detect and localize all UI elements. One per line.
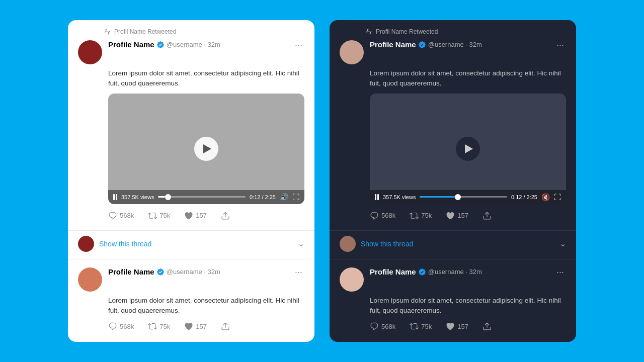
profile-name: Profile Name bbox=[108, 40, 154, 49]
tweet-text: Lorem ipsum dolor sit amet, consectetur … bbox=[108, 68, 304, 89]
dark-comment-action-2[interactable]: 568k bbox=[370, 322, 395, 331]
fullscreen-icon[interactable]: ⛶ bbox=[292, 193, 299, 201]
dark-profile-name: Profile Name bbox=[370, 40, 416, 49]
like-action-2[interactable]: 157 bbox=[184, 322, 207, 331]
thread-avatar bbox=[78, 236, 94, 252]
like-action[interactable]: 157 bbox=[184, 211, 207, 220]
username: @username bbox=[167, 41, 202, 48]
dark-tweet-text: Lorem ipsum dolor sit amet, consectetur … bbox=[370, 68, 566, 89]
dark-video-player[interactable]: 357.5K views 0:12 / 2:25 🔇 ⛶ bbox=[370, 94, 566, 204]
dark-retweet-action-2[interactable]: 75k bbox=[410, 322, 432, 331]
progress-track[interactable] bbox=[158, 196, 246, 198]
dark-share-action[interactable] bbox=[482, 211, 492, 220]
retweet-action-2[interactable]: 75k bbox=[148, 322, 170, 331]
share-action-2[interactable] bbox=[221, 322, 230, 331]
dark-more-options-button[interactable]: ··· bbox=[554, 40, 566, 49]
dark-like-icon bbox=[446, 211, 455, 220]
dark-tweet-header-2: Profile Name @username · 32m ··· bbox=[340, 267, 566, 292]
dark-tweet-meta: Profile Name @username · 32m ··· bbox=[370, 40, 566, 49]
dark-comment-icon bbox=[370, 211, 379, 220]
play-button[interactable] bbox=[194, 137, 218, 161]
dark-progress-thumb bbox=[455, 194, 461, 200]
dark-view-count: 357.5K views bbox=[383, 194, 416, 200]
dark-play-icon bbox=[465, 144, 473, 153]
dark-verified-icon bbox=[418, 41, 426, 49]
dark-username-time-2: @username · 32m bbox=[428, 268, 482, 276]
dark-username-time: @username · 32m bbox=[428, 41, 482, 48]
dark-progress-track[interactable] bbox=[420, 196, 507, 198]
video-player[interactable]: 357.5K views 0:12 / 2:25 🔊 ⛶ bbox=[108, 94, 304, 204]
dark-retweet-label: Profil Name Retweeted bbox=[376, 28, 438, 35]
retweet-action-icon bbox=[148, 211, 157, 220]
verified-icon bbox=[156, 41, 165, 49]
show-thread-button[interactable]: Show this thread bbox=[99, 240, 151, 248]
tweet-text-2: Lorem ipsum dolor sit amet, consectetur … bbox=[108, 296, 304, 316]
dark-chevron-down-icon: ⌄ bbox=[559, 239, 566, 248]
dark-time-code: 0:12 / 2:25 bbox=[511, 194, 537, 200]
mute-icon[interactable]: 🔊 bbox=[280, 193, 288, 201]
dark-retweet-action[interactable]: 75k bbox=[410, 211, 432, 220]
verified-icon-2 bbox=[156, 268, 165, 276]
comment-count: 568k bbox=[120, 212, 134, 219]
comment-action-2[interactable]: 568k bbox=[108, 322, 134, 331]
tweet-actions: 568k 75k 157 bbox=[108, 210, 304, 224]
username-time-2: @username · 32m bbox=[167, 268, 220, 276]
tweet-header-2: Profile Name @username · 32m ··· bbox=[78, 267, 304, 292]
retweet-label: Profil Name Retweeted bbox=[114, 28, 176, 35]
dark-comment-icon-2 bbox=[370, 322, 379, 331]
dark-profile-name-2: Profile Name bbox=[370, 267, 416, 276]
dark-tweet-block-1: Profil Name Retweeted Profile Name @user… bbox=[330, 20, 576, 231]
dark-show-thread-row[interactable]: Show this thread ⌄ bbox=[330, 231, 576, 259]
retweet-bar: Profil Name Retweeted bbox=[78, 28, 304, 35]
like-count: 157 bbox=[196, 212, 207, 219]
dark-like-icon-2 bbox=[446, 322, 455, 331]
dark-more-options-button-2[interactable]: ··· bbox=[554, 267, 566, 277]
profile-name-2: Profile Name bbox=[108, 267, 154, 276]
dark-show-thread-button[interactable]: Show this thread bbox=[361, 240, 413, 248]
progress-fill bbox=[158, 196, 165, 198]
dark-avatar bbox=[340, 40, 364, 64]
tweet-meta-2: Profile Name @username · 32m ··· bbox=[108, 267, 304, 277]
progress-thumb bbox=[165, 194, 171, 200]
show-thread-row[interactable]: Show this thread ⌄ bbox=[68, 231, 314, 259]
dark-like-action[interactable]: 157 bbox=[446, 211, 468, 220]
dark-play-button[interactable] bbox=[456, 137, 480, 161]
dark-pause-icon[interactable] bbox=[375, 194, 379, 200]
name-row-2: Profile Name @username · 32m ··· bbox=[108, 267, 304, 277]
retweet-icon-2 bbox=[148, 322, 157, 331]
dark-mute-icon[interactable]: 🔇 bbox=[541, 193, 550, 201]
dark-share-action-2[interactable] bbox=[482, 322, 492, 331]
dark-tweet-actions-2: 568k 75k 157 bbox=[370, 321, 566, 335]
dark-retweet-icon bbox=[366, 28, 373, 35]
time: 32m bbox=[208, 41, 220, 48]
share-icon bbox=[221, 211, 230, 220]
dark-share-icon-2 bbox=[482, 322, 492, 331]
dark-retweet-action-icon bbox=[410, 211, 419, 220]
more-options-button-2[interactable]: ··· bbox=[293, 267, 304, 277]
avatar bbox=[78, 40, 102, 64]
chevron-down-icon: ⌄ bbox=[298, 239, 304, 248]
dark-like-action-2[interactable]: 157 bbox=[446, 322, 468, 331]
dark-comment-action[interactable]: 568k bbox=[370, 211, 395, 220]
retweet-icon bbox=[104, 28, 111, 35]
dark-tweet-meta-2: Profile Name @username · 32m ··· bbox=[370, 267, 566, 277]
comment-icon-2 bbox=[108, 322, 117, 331]
tweet-actions-2: 568k 75k 157 bbox=[108, 321, 304, 335]
dark-tweet-text-2: Lorem ipsum dolor sit amet, consectetur … bbox=[370, 296, 566, 316]
share-icon-2 bbox=[221, 322, 230, 331]
like-icon-2 bbox=[184, 322, 193, 331]
avatar-2 bbox=[78, 267, 102, 292]
dark-video-controls: 357.5K views 0:12 / 2:25 🔇 ⛶ bbox=[370, 190, 566, 204]
dark-tweet-header: Profile Name @username · 32m ··· bbox=[340, 40, 566, 64]
pause-icon[interactable] bbox=[113, 194, 117, 200]
dark-verified-icon-2 bbox=[418, 268, 426, 276]
retweet-action[interactable]: 75k bbox=[148, 211, 170, 220]
dark-tweet-block-2: Profile Name @username · 32m ··· Lorem i… bbox=[330, 259, 576, 342]
dark-retweet-icon-2 bbox=[410, 322, 419, 331]
share-action[interactable] bbox=[221, 211, 230, 220]
dark-fullscreen-icon[interactable]: ⛶ bbox=[554, 193, 561, 201]
comment-action[interactable]: 568k bbox=[108, 211, 134, 220]
dark-name-row-2: Profile Name @username · 32m ··· bbox=[370, 267, 566, 277]
more-options-button[interactable]: ··· bbox=[293, 40, 304, 49]
username-time: @username · 32m bbox=[167, 41, 220, 48]
